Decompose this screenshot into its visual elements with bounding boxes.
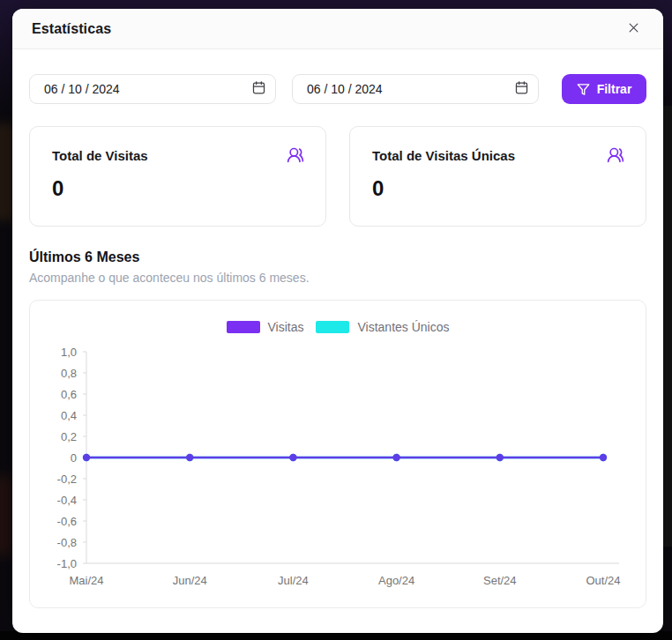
start-date-calendar-button[interactable] — [250, 80, 267, 98]
legend-label: Vistantes Únicos — [357, 320, 449, 334]
chart-legend: Visitas Vistantes Únicos — [30, 320, 646, 334]
svg-text:-0,6: -0,6 — [57, 515, 77, 528]
end-date-field — [292, 74, 539, 104]
modal-body: Filtrar Total de Visitas 0 Total de Visi… — [12, 49, 663, 608]
svg-text:-0,2: -0,2 — [57, 473, 77, 486]
stat-value: 0 — [52, 176, 304, 201]
svg-text:0,2: 0,2 — [61, 430, 77, 443]
svg-text:0,6: 0,6 — [61, 388, 77, 401]
stat-card-header: Total de Visitas Únicas — [372, 148, 624, 167]
filter-row: Filtrar — [29, 74, 646, 104]
section-heading: Últimos 6 Meses — [29, 249, 646, 265]
stat-label: Total de Visitas Únicas — [372, 148, 515, 163]
svg-text:-0,4: -0,4 — [57, 494, 77, 507]
backdrop-texture — [0, 476, 12, 555]
close-icon — [627, 21, 640, 37]
legend-item-visitantes-unicos: Vistantes Únicos — [316, 320, 449, 334]
filter-button-label: Filtrar — [597, 82, 632, 96]
funnel-icon — [577, 83, 590, 96]
modal-title: Estatísticas — [32, 21, 111, 37]
svg-text:0: 0 — [71, 451, 77, 465]
stat-value: 0 — [372, 176, 624, 201]
stat-card-total-unique-visits: Total de Visitas Únicas 0 — [349, 126, 646, 227]
svg-text:Out/24: Out/24 — [586, 574, 620, 587]
backdrop-texture — [663, 106, 672, 547]
chart-canvas: 1,00,80,60,40,20-0,2-0,4-0,6-0,8-1,0Mai/… — [30, 341, 644, 602]
legend-label: Visitas — [268, 320, 304, 334]
calendar-icon — [514, 85, 529, 98]
end-date-input[interactable] — [292, 74, 539, 104]
chart-card: Visitas Vistantes Únicos 1,00,80,60,40,2… — [29, 300, 646, 608]
svg-text:-0,8: -0,8 — [57, 536, 77, 549]
svg-text:1,0: 1,0 — [61, 346, 77, 359]
legend-swatch-visitantes-unicos — [316, 321, 349, 333]
line-chart: 1,00,80,60,40,20-0,2-0,4-0,6-0,8-1,0Mai/… — [30, 341, 646, 602]
statistics-modal: Estatísticas — [12, 9, 663, 633]
modal-header: Estatísticas — [12, 9, 663, 49]
legend-swatch-visitas — [227, 321, 260, 333]
svg-text:Jul/24: Jul/24 — [278, 574, 309, 587]
svg-text:Jun/24: Jun/24 — [173, 574, 207, 587]
svg-text:0,8: 0,8 — [61, 367, 77, 380]
stat-card-total-visits: Total de Visitas 0 — [29, 126, 326, 227]
users-icon — [287, 146, 304, 167]
stat-card-header: Total de Visitas — [52, 148, 304, 167]
svg-text:Set/24: Set/24 — [483, 574, 517, 587]
stats-row: Total de Visitas 0 Total de Visitas Únic… — [29, 126, 646, 227]
end-date-calendar-button[interactable] — [512, 80, 530, 98]
calendar-icon — [251, 85, 266, 98]
svg-text:0,4: 0,4 — [61, 409, 77, 422]
legend-item-visitas: Visitas — [227, 320, 304, 334]
start-date-input[interactable] — [29, 74, 276, 104]
stat-label: Total de Visitas — [52, 148, 148, 163]
section-subheading: Acompanhe o que aconteceu nos últimos 6 … — [29, 271, 646, 285]
svg-text:Ago/24: Ago/24 — [378, 574, 414, 587]
svg-text:Mai/24: Mai/24 — [69, 574, 103, 587]
filter-button[interactable]: Filtrar — [562, 74, 646, 104]
svg-text:-1,0: -1,0 — [57, 557, 77, 570]
users-icon — [607, 146, 624, 167]
start-date-field — [29, 74, 276, 104]
close-button[interactable] — [623, 19, 644, 40]
